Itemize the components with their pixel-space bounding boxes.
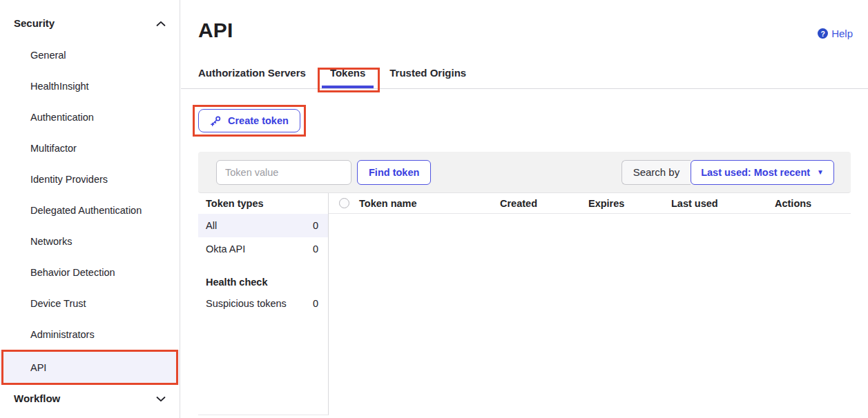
chevron-down-icon[interactable] <box>156 392 166 404</box>
create-token-button[interactable]: Create token <box>198 109 300 132</box>
token-type-label: All <box>206 220 217 231</box>
token-type-count: 0 <box>313 298 318 309</box>
token-filter-bar: Find token Search by Last used: Most rec… <box>198 152 851 193</box>
column-header-actions: Actions <box>775 198 851 209</box>
sidebar-item-label: Identity Providers <box>30 174 108 185</box>
token-type-label: Suspicious tokens <box>206 298 287 309</box>
sidebar-item-device-trust[interactable]: Device Trust <box>0 288 180 319</box>
sidebar-item-label: Authentication <box>30 112 94 123</box>
token-type-count: 0 <box>313 243 318 255</box>
sidebar-item-networks[interactable]: Networks <box>0 226 180 257</box>
sidebar-section-workflow[interactable]: Workflow <box>0 385 180 411</box>
token-value-input[interactable] <box>216 160 351 185</box>
sidebar-section-workflow-label: Workflow <box>14 392 60 404</box>
sidebar-item-label: Device Trust <box>30 298 86 309</box>
token-type-count: 0 <box>313 220 318 231</box>
chevron-up-icon[interactable] <box>156 17 166 29</box>
token-type-label: Okta API <box>206 243 245 255</box>
tab-authorization-servers[interactable]: Authorization Servers <box>198 63 306 88</box>
tab-bar: Authorization Servers Tokens Trusted Ori… <box>181 63 868 89</box>
token-type-okta-api[interactable]: Okta API 0 <box>198 237 328 261</box>
sidebar-item-general[interactable]: General <box>0 39 180 70</box>
sidebar-item-label: General <box>30 50 66 61</box>
tokens-table-header: Token name Created Expires Last used Act… <box>329 193 851 214</box>
create-token-label: Create token <box>228 115 289 126</box>
sidebar-item-identity-providers[interactable]: Identity Providers <box>0 163 180 195</box>
column-header-token-name: Token name <box>359 198 500 209</box>
sidebar-item-behavior-detection[interactable]: Behavior Detection <box>0 257 180 288</box>
sidebar-item-label: Networks <box>30 236 72 247</box>
main-content: API ? Help Authorization Servers Tokens … <box>181 0 868 418</box>
caret-down-icon: ▼ <box>817 169 824 176</box>
sidebar-section-security-label: Security <box>14 17 55 29</box>
question-circle-icon: ? <box>818 28 828 39</box>
annotation-box-api-item <box>1 350 178 385</box>
sidebar-item-label: HealthInsight <box>30 81 89 92</box>
token-types-panel: Token types All 0 Okta API 0 Health chec… <box>198 193 329 415</box>
sidebar-item-label: Administrators <box>30 329 95 340</box>
help-link-label: Help <box>831 28 853 39</box>
column-header-expires: Expires <box>588 198 671 209</box>
sidebar-item-delegated-authentication[interactable]: Delegated Authentication <box>0 195 180 226</box>
create-token-row: Create token <box>198 109 868 132</box>
tab-label: Authorization Servers <box>198 67 306 79</box>
sidebar-nav: Security General HealthInsight Authentic… <box>0 0 180 418</box>
okta-admin-screen: Security General HealthInsight Authentic… <box>0 0 868 418</box>
search-by-label: Search by <box>621 160 691 185</box>
sort-dropdown[interactable]: Last used: Most recent ▼ <box>691 160 834 185</box>
sidebar-section-security[interactable]: Security <box>0 10 180 36</box>
select-all-radio[interactable] <box>339 198 349 208</box>
token-type-suspicious-tokens[interactable]: Suspicious tokens 0 <box>198 292 328 315</box>
page-title: API <box>198 19 868 42</box>
sidebar-item-label: Multifactor <box>30 143 77 154</box>
token-type-all[interactable]: All 0 <box>198 214 328 237</box>
sidebar-item-authentication[interactable]: Authentication <box>0 101 180 132</box>
token-types-title: Token types <box>198 193 328 214</box>
search-by-group: Search by Last used: Most recent ▼ <box>621 160 834 185</box>
find-token-button[interactable]: Find token <box>357 160 431 185</box>
sidebar-item-label: API <box>30 362 46 373</box>
sort-dropdown-value: Last used: Most recent <box>701 167 810 178</box>
sidebar-item-multifactor[interactable]: Multifactor <box>0 132 180 163</box>
tokens-table-region: Token types All 0 Okta API 0 Health chec… <box>198 193 851 415</box>
tab-label: Trusted Origins <box>389 67 466 79</box>
sidebar-security-items: General HealthInsight Authentication Mul… <box>0 39 180 385</box>
sidebar-item-api[interactable]: API <box>0 350 180 385</box>
tokens-table-body <box>329 214 851 415</box>
tokens-table: Token name Created Expires Last used Act… <box>329 193 851 415</box>
tab-label: Tokens <box>330 67 365 79</box>
health-check-title: Health check <box>198 272 328 292</box>
tab-tokens[interactable]: Tokens <box>330 63 365 88</box>
column-header-last-used: Last used <box>671 198 775 209</box>
help-link[interactable]: ? Help <box>818 28 853 39</box>
tab-trusted-origins[interactable]: Trusted Origins <box>389 63 466 88</box>
sidebar-item-label: Behavior Detection <box>30 267 115 278</box>
sidebar-item-healthinsight[interactable]: HealthInsight <box>0 70 180 101</box>
key-plus-icon <box>210 115 222 127</box>
sidebar-item-label: Delegated Authentication <box>30 205 142 216</box>
column-header-created: Created <box>500 198 588 209</box>
sidebar-item-administrators[interactable]: Administrators <box>0 319 180 350</box>
